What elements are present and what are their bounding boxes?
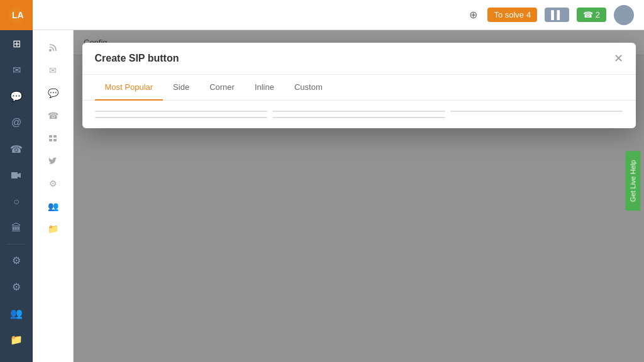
inline-phone-icon: ☎ — [162, 117, 171, 118]
modal-header: Create SIP button ✕ — [82, 43, 636, 75]
sidebar-icon-email[interactable]: ✉ — [0, 57, 33, 83]
sec-icon-twitter[interactable] — [40, 151, 65, 171]
modal-tabs: Most Popular Side Corner Inline Custom — [82, 75, 636, 101]
modal-title: Create SIP button — [95, 53, 179, 64]
sec-icon-rss[interactable] — [40, 38, 65, 58]
content-area: Config... Create SIP button ✕ Most Popul… — [74, 30, 644, 362]
sidebar-icon-agents[interactable]: 👥 — [0, 300, 33, 326]
sidebar-divider — [7, 244, 26, 244]
to-solve-count: 4 — [526, 10, 531, 19]
main-sidebar: LA ⊞ ✉ 💬 @ ☎ ○ 🏛 ⚙ ⚙ 👥 📁 — [0, 0, 33, 362]
sec-icon-social[interactable] — [40, 128, 65, 148]
sidebar-icon-settings[interactable]: ⚙ — [0, 247, 33, 273]
preview-inline[interactable]: ☎ Call Us — [95, 117, 268, 118]
svg-rect-7 — [49, 139, 52, 141]
tab-custom[interactable]: Custom — [284, 75, 333, 101]
sidebar-icon-chat[interactable]: 💬 — [0, 83, 33, 109]
to-solve-button[interactable]: To solve 4 — [487, 8, 537, 22]
inline-call-us-label: Call Us — [175, 117, 201, 118]
svg-marker-3 — [18, 173, 21, 178]
tab-side[interactable]: Side — [163, 75, 199, 101]
user-avatar[interactable] — [614, 5, 634, 25]
button-preview-grid: ☎ Call Us ☎ Call Us — [82, 101, 636, 128]
preview-corner-right[interactable]: ☎ Call Us ☎ Call Us — [450, 111, 623, 112]
app-logo[interactable]: LA — [0, 0, 33, 30]
sec-icon-email[interactable]: ✉ — [40, 60, 65, 80]
sec-icon-folders[interactable]: 📁 — [40, 219, 65, 239]
svg-text:LA: LA — [12, 10, 24, 20]
main-content: ⊕ To solve 4 ▌▌ ☎ 2 ✉ 💬 ☎ ⚙ 👥 — [33, 0, 644, 362]
preview-custom[interactable]: ☎ Call Us — [272, 117, 445, 118]
sidebar-icon-knowledge[interactable]: 🏛 — [0, 215, 33, 241]
svg-rect-5 — [49, 135, 52, 138]
inline-button-widget[interactable]: ☎ Call Us — [152, 117, 211, 118]
sidebar-icon-calls[interactable]: ☎ — [0, 136, 33, 162]
status-button[interactable]: ▌▌ — [545, 8, 569, 22]
preview-side-left[interactable]: ☎ Call Us — [95, 111, 268, 112]
svg-point-4 — [49, 49, 52, 52]
modal-overlay: Create SIP button ✕ Most Popular Side Co… — [74, 30, 644, 362]
sec-icon-phone-config[interactable]: ☎ — [40, 106, 65, 126]
sec-icon-config[interactable]: ⚙ — [40, 173, 65, 194]
create-sip-modal: Create SIP button ✕ Most Popular Side Co… — [82, 43, 636, 128]
sidebar-icon-dashboard[interactable]: ⊞ — [0, 30, 33, 57]
corner-call-us-label: Call Us — [600, 111, 608, 112]
topbar: ⊕ To solve 4 ▌▌ ☎ 2 — [33, 0, 644, 30]
sidebar-icon-mentions[interactable]: @ — [0, 109, 33, 136]
modal-close-button[interactable]: ✕ — [614, 53, 623, 64]
sec-icon-chat-config[interactable]: 💬 — [40, 83, 65, 103]
sidebar-icon-settings2[interactable]: ⚙ — [0, 273, 33, 300]
tab-corner[interactable]: Corner — [199, 75, 245, 101]
sec-icon-agents2[interactable]: 👥 — [40, 196, 65, 216]
corner-button-widget[interactable]: ☎ Call Us — [595, 111, 612, 112]
svg-rect-8 — [53, 139, 57, 141]
corner-fold-triangle — [565, 111, 622, 111]
add-button[interactable]: ⊕ — [467, 6, 480, 23]
sidebar-icon-video[interactable] — [0, 162, 33, 189]
call-button[interactable]: ☎ 2 — [577, 8, 606, 22]
svg-rect-6 — [53, 135, 57, 138]
tab-most-popular[interactable]: Most Popular — [95, 75, 164, 101]
live-help-tab[interactable]: Get Live Help — [626, 151, 641, 211]
svg-rect-2 — [11, 172, 18, 178]
secondary-sidebar: ✉ 💬 ☎ ⚙ 👥 📁 — [33, 30, 74, 362]
side-call-us-label: Call Us — [110, 111, 118, 112]
tab-inline[interactable]: Inline — [245, 75, 284, 101]
to-solve-label: To solve — [494, 10, 524, 19]
sidebar-icon-reports[interactable]: ○ — [0, 189, 33, 215]
side-button-widget[interactable]: ☎ Call Us — [106, 111, 123, 112]
call-count: 2 — [596, 10, 600, 19]
preview-empty-1[interactable] — [272, 111, 445, 112]
sidebar-icon-files[interactable]: 📁 — [0, 326, 33, 353]
page-area: ✉ 💬 ☎ ⚙ 👥 📁 Config... Create SIP button — [33, 30, 644, 362]
corner-fold-widget[interactable]: ☎ Call Us — [559, 111, 622, 111]
